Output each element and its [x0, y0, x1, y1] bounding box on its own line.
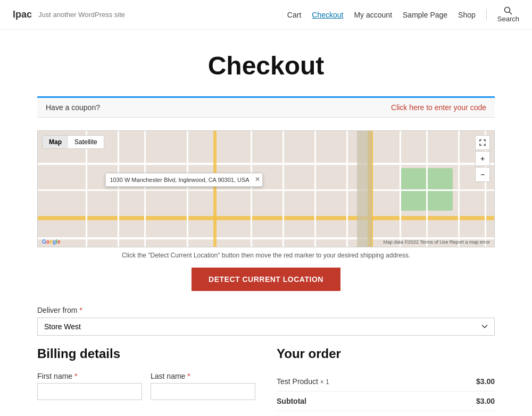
map-info-address: 1030 W Manchester Blvd, Inglewood, CA 90… [110, 177, 249, 183]
fullscreen-icon [479, 139, 486, 146]
map-info-bubble: 1030 W Manchester Blvd, Inglewood, CA 90… [105, 173, 262, 187]
svg-rect-24 [346, 131, 348, 247]
site-nav: Cart Checkout My account Sample Page Sho… [287, 6, 519, 23]
first-name-group: First name * [37, 372, 142, 400]
coupon-bar: Have a coupon? Click here to enter your … [37, 96, 495, 118]
deliver-from-field: Deliver from * Store West Store East Sto… [37, 306, 495, 336]
svg-rect-22 [282, 131, 284, 247]
two-column-section: Billing details First name * Last name * [37, 346, 495, 416]
map-type-map[interactable]: Map [43, 136, 68, 148]
order-section: Your order Test Product × 1 $3.00 Subtot… [277, 346, 495, 416]
last-name-group: Last name * [151, 372, 255, 400]
map-zoom-out-button[interactable]: − [475, 167, 490, 182]
map-visual [38, 131, 494, 247]
order-product-row: Test Product × 1 $3.00 [277, 372, 495, 392]
order-title: Your order [277, 346, 495, 361]
svg-rect-6 [38, 189, 494, 191]
last-name-input[interactable] [151, 383, 255, 400]
svg-rect-28 [458, 131, 460, 247]
detect-button-wrapper: DETECT CURRENT LOCATION [37, 268, 495, 291]
nav-samplepage[interactable]: Sample Page [403, 11, 447, 19]
map-container[interactable]: Map Satellite 1030 W Manchester Blvd, In… [37, 130, 495, 247]
search-label: Search [497, 15, 519, 23]
first-name-input[interactable] [37, 383, 142, 400]
page-title-section: Checkout [0, 30, 532, 96]
site-tagline: Just another WordPress site [38, 11, 125, 19]
last-name-label: Last name * [151, 372, 255, 380]
svg-rect-20 [213, 131, 217, 247]
deliver-from-required: * [79, 306, 82, 314]
search-icon [504, 6, 512, 15]
deliver-from-select[interactable]: Store West Store East Store North [37, 318, 495, 336]
map-zoom-in-button[interactable]: + [475, 151, 490, 166]
order-product-name: Test Product × 1 [277, 372, 438, 392]
deliver-from-label: Deliver from * [37, 306, 495, 314]
nav-cart[interactable]: Cart [287, 11, 301, 19]
map-controls: + − [475, 135, 490, 183]
svg-rect-26 [400, 131, 401, 247]
map-google-logo: Google [42, 239, 60, 245]
svg-rect-30 [357, 131, 372, 247]
billing-title: Billing details [37, 346, 255, 361]
map-svg [38, 131, 494, 247]
svg-rect-5 [38, 163, 494, 165]
billing-section: Billing details First name * Last name * [37, 346, 255, 416]
svg-rect-18 [144, 131, 146, 247]
svg-rect-23 [314, 131, 316, 247]
svg-rect-7 [38, 216, 494, 220]
page-title: Checkout [11, 51, 521, 80]
svg-rect-19 [187, 131, 188, 247]
order-table: Test Product × 1 $3.00 Subtotal $3.00 [277, 372, 495, 411]
nav-myaccount[interactable]: My account [354, 11, 392, 19]
coupon-link[interactable]: Click here to enter your code [391, 103, 486, 112]
detect-location-button[interactable]: DETECT CURRENT LOCATION [192, 268, 340, 291]
map-info-close[interactable]: ✕ [255, 176, 260, 183]
map-type-buttons: Map Satellite [42, 135, 104, 149]
nav-shop[interactable]: Shop [458, 11, 476, 19]
order-subtotal-row: Subtotal $3.00 [277, 392, 495, 411]
map-type-satellite[interactable]: Satellite [68, 136, 104, 148]
order-subtotal-value: $3.00 [438, 392, 495, 411]
order-subtotal-label: Subtotal [277, 392, 438, 411]
first-name-label: First name * [37, 372, 142, 380]
nav-checkout[interactable]: Checkout [312, 11, 343, 19]
name-row: First name * Last name * [37, 372, 255, 409]
search-button[interactable]: Search [497, 6, 519, 23]
map-attribution: Map data ©2022 Terms of Use Report a map… [383, 239, 490, 245]
svg-rect-21 [251, 131, 252, 247]
svg-point-0 [505, 7, 510, 13]
svg-rect-17 [118, 131, 119, 247]
svg-rect-27 [426, 131, 428, 247]
map-fullscreen-button[interactable] [475, 135, 490, 150]
map-instruction: Click the "Detect Current Location" butt… [37, 252, 495, 259]
main-content: Have a coupon? Click here to enter your … [27, 96, 505, 416]
site-header: lpac Just another WordPress site Cart Ch… [0, 0, 532, 30]
site-logo[interactable]: lpac [13, 9, 32, 20]
coupon-text: Have a coupon? [46, 103, 100, 112]
nav-divider [486, 10, 487, 20]
order-product-price: $3.00 [438, 372, 495, 392]
svg-line-1 [510, 12, 512, 15]
